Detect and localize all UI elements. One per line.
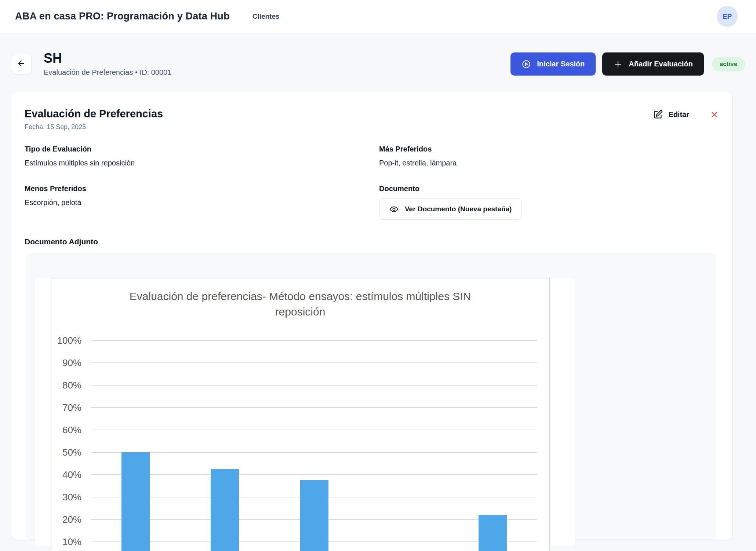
field-menos-preferidos: Menos Preferidos Escorpión, pelota [25, 184, 364, 220]
add-evaluation-button[interactable]: Añadir Evaluación [602, 52, 704, 76]
delete-button[interactable] [710, 110, 719, 119]
y-axis-tick-label: 60% [51, 424, 81, 436]
field-label: Más Preferidos [379, 144, 719, 154]
view-document-button[interactable]: Ver Documento (Nueva pestaña) [379, 198, 522, 220]
chart-gridline [91, 362, 537, 363]
client-header: SH Evaluación de Preferencias • ID: 0000… [11, 51, 745, 77]
client-id-block: SH Evaluación de Preferencias • ID: 0000… [44, 51, 171, 77]
attachment-box: Evaluación de preferencias- Método ensay… [26, 253, 716, 540]
chart-bar [211, 469, 239, 551]
start-session-label: Iniciar Sesión [537, 60, 585, 68]
evaluation-card: Evaluación de Preferencias Fecha: 15 Sep… [11, 92, 733, 540]
card-header: Evaluación de Preferencias Fecha: 15 Sep… [25, 107, 719, 131]
chart-gridline [91, 340, 537, 341]
y-axis-tick-label: 40% [51, 469, 81, 481]
chart-gridline [91, 407, 537, 408]
card-header-actions: Editar [653, 110, 719, 120]
chart-bar [479, 515, 507, 551]
add-evaluation-label: Añadir Evaluación [629, 60, 693, 68]
y-axis-tick-label: 80% [51, 379, 81, 391]
plus-icon [613, 59, 623, 69]
y-axis-tick-label: 90% [51, 357, 81, 369]
start-session-button[interactable]: Iniciar Sesión [510, 52, 596, 76]
close-x-icon [710, 110, 719, 119]
field-label: Documento [379, 184, 719, 193]
field-label: Menos Preferidos [25, 184, 364, 193]
chart-gridline [91, 430, 537, 430]
chart-gridline [91, 452, 537, 453]
card-title-block: Evaluación de Preferencias Fecha: 15 Sep… [25, 107, 163, 131]
back-button[interactable] [11, 54, 32, 74]
attachment-image-area[interactable]: Evaluación de preferencias- Método ensay… [35, 278, 575, 546]
client-name: SH [44, 51, 171, 65]
edit-button[interactable]: Editar [653, 110, 689, 120]
preference-chart: Evaluación de preferencias- Método ensay… [51, 278, 550, 551]
eye-icon [389, 205, 399, 214]
y-axis-tick-label: 30% [51, 491, 81, 503]
y-axis-tick-label: 20% [51, 514, 81, 525]
y-axis-tick-label: 70% [51, 402, 81, 413]
y-axis-tick-label: 10% [51, 536, 81, 548]
chart-plot-area: 100%90%80%70%60%50%40%30%20%10% [51, 278, 549, 551]
client-subtitle: Evaluación de Preferencias • ID: 00001 [44, 68, 171, 77]
field-mas-preferidos: Más Preferidos Pop-it, estrella, lámpara [379, 144, 719, 168]
card-title: Evaluación de Preferencias [25, 107, 163, 120]
y-axis-tick-label: 100% [51, 335, 81, 346]
attachment-section-label: Documento Adjunto [25, 237, 719, 247]
card-date: Fecha: 15 Sep, 2025 [25, 123, 163, 131]
chart-gridline [91, 474, 537, 475]
nav-item-clientes[interactable]: Clientes [252, 12, 280, 21]
avatar[interactable]: EP [717, 6, 738, 27]
top-bar: ABA en casa PRO: Programación y Data Hub… [0, 0, 756, 33]
view-document-label: Ver Documento (Nueva pestaña) [405, 205, 512, 213]
field-value: Escorpión, pelota [25, 198, 364, 207]
field-value: Pop-it, estrella, lámpara [379, 158, 719, 168]
field-value: Estímulos múltiples sin reposición [25, 158, 364, 168]
main-content: SH Evaluación de Preferencias • ID: 0000… [0, 51, 756, 540]
app-title: ABA en casa PRO: Programación y Data Hub [15, 11, 230, 22]
chart-bar [300, 480, 328, 551]
arrow-left-icon [17, 59, 26, 69]
chart-bar [121, 452, 150, 551]
field-label: Tipo de Evaluación [25, 144, 364, 154]
fields-grid: Tipo de Evaluación Estímulos múltiples s… [25, 144, 719, 220]
status-badge: active [712, 57, 745, 72]
field-documento: Documento Ver Documento (Nueva pestaña) [379, 184, 719, 220]
play-circle-icon [521, 59, 531, 69]
field-tipo-evaluacion: Tipo de Evaluación Estímulos múltiples s… [25, 144, 364, 168]
edit-pencil-icon [653, 110, 663, 120]
edit-label: Editar [668, 110, 689, 119]
page: ABA en casa PRO: Programación y Data Hub… [0, 0, 756, 551]
header-actions: Iniciar Sesión Añadir Evaluación active [510, 52, 745, 76]
y-axis-tick-label: 50% [51, 446, 81, 458]
chart-gridline [91, 385, 537, 386]
